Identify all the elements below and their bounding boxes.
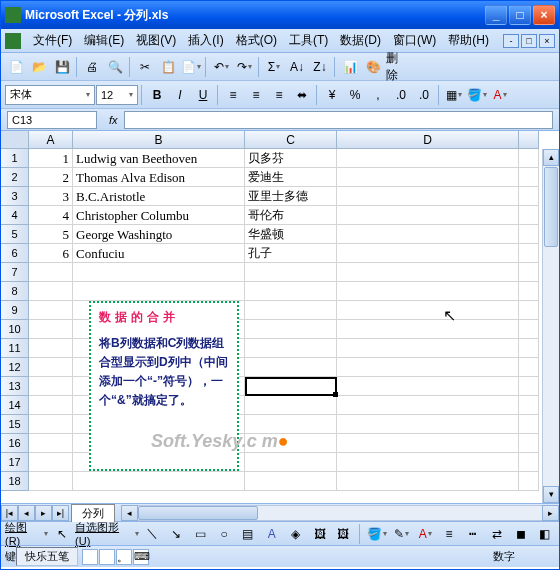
cell[interactable] — [519, 149, 539, 168]
menu-window[interactable]: 窗口(W) — [387, 30, 442, 51]
cell[interactable] — [245, 415, 337, 434]
row-header[interactable]: 8 — [1, 282, 29, 301]
autoshapes-menu[interactable]: 自选图形(U) — [75, 520, 131, 547]
rectangle-button[interactable]: ▭ — [190, 523, 211, 545]
print-preview-button[interactable]: 🔍 — [104, 56, 126, 78]
menu-help[interactable]: 帮助(H) — [442, 30, 495, 51]
cell[interactable] — [519, 358, 539, 377]
underline-button[interactable]: U — [192, 84, 214, 106]
cell[interactable] — [29, 453, 73, 472]
cell[interactable] — [337, 149, 519, 168]
menu-edit[interactable]: 编辑(E) — [78, 30, 130, 51]
line-button[interactable]: ＼ — [142, 523, 163, 545]
vertical-scrollbar[interactable]: ▴ ▾ — [542, 149, 559, 503]
align-left-button[interactable]: ≡ — [222, 84, 244, 106]
row-header[interactable]: 12 — [1, 358, 29, 377]
cell[interactable] — [337, 472, 519, 491]
col-header-edge[interactable] — [519, 131, 539, 149]
sheet-tab[interactable]: 分列 — [71, 504, 115, 522]
row-header[interactable]: 9 — [1, 301, 29, 320]
print-button[interactable]: 🖨 — [81, 56, 103, 78]
cut-button[interactable]: ✂ — [134, 56, 156, 78]
cell[interactable] — [337, 453, 519, 472]
row-header[interactable]: 1 — [1, 149, 29, 168]
cell[interactable] — [337, 187, 519, 206]
cell[interactable] — [519, 244, 539, 263]
arrow-style-button[interactable]: ⇄ — [486, 523, 507, 545]
font-size-selector[interactable]: 12▾ — [96, 85, 138, 105]
col-header-D[interactable]: D — [337, 131, 519, 149]
cell[interactable]: 亚里士多德 — [245, 187, 337, 206]
ime-toggle-4[interactable]: ⌨ — [133, 549, 149, 565]
cell[interactable] — [519, 282, 539, 301]
cell[interactable] — [245, 320, 337, 339]
cell[interactable] — [29, 472, 73, 491]
cell[interactable] — [29, 301, 73, 320]
tab-nav-last[interactable]: ▸| — [52, 505, 69, 521]
row-header[interactable]: 14 — [1, 396, 29, 415]
cell[interactable] — [519, 396, 539, 415]
draw-menu[interactable]: 绘图(R) — [5, 520, 40, 547]
vscroll-thumb[interactable] — [544, 167, 558, 247]
cell[interactable] — [519, 263, 539, 282]
cell[interactable] — [519, 225, 539, 244]
diagram-button[interactable]: ◈ — [285, 523, 306, 545]
cell[interactable] — [73, 282, 245, 301]
scroll-down-button[interactable]: ▾ — [543, 486, 559, 503]
cell[interactable] — [245, 377, 337, 396]
cell[interactable] — [29, 377, 73, 396]
cell[interactable] — [29, 320, 73, 339]
select-all-corner[interactable] — [1, 131, 29, 149]
cell[interactable] — [337, 320, 519, 339]
menu-view[interactable]: 视图(V) — [130, 30, 182, 51]
cell[interactable]: 3 — [29, 187, 73, 206]
cell[interactable]: 爱迪生 — [245, 168, 337, 187]
cell[interactable]: 5 — [29, 225, 73, 244]
percent-button[interactable]: % — [344, 84, 366, 106]
formula-input[interactable] — [124, 111, 553, 129]
cell[interactable]: 6 — [29, 244, 73, 263]
font-color-button[interactable]: A▾ — [489, 84, 511, 106]
cell[interactable] — [519, 320, 539, 339]
scroll-up-button[interactable]: ▴ — [543, 149, 559, 166]
oval-button[interactable]: ○ — [214, 523, 235, 545]
bold-button[interactable]: B — [146, 84, 168, 106]
font-color-draw-button[interactable]: A▾ — [415, 523, 436, 545]
zoom-button[interactable]: 删除 — [385, 56, 407, 78]
cell[interactable]: 贝多芬 — [245, 149, 337, 168]
mdi-minimize[interactable]: - — [503, 34, 519, 48]
merge-center-button[interactable]: ⬌ — [291, 84, 313, 106]
font-selector[interactable]: 宋体▾ — [5, 85, 95, 105]
mdi-close[interactable]: × — [539, 34, 555, 48]
menu-format[interactable]: 格式(O) — [230, 30, 283, 51]
fill-color-button[interactable]: 🪣▾ — [466, 84, 488, 106]
paste-button[interactable]: 📄▾ — [180, 56, 202, 78]
cell[interactable]: Thomas Alva Edison — [73, 168, 245, 187]
sort-desc-button[interactable]: Z↓ — [309, 56, 331, 78]
col-header-A[interactable]: A — [29, 131, 73, 149]
cell[interactable]: Ludwig van Beethoven — [73, 149, 245, 168]
textbox-button[interactable]: ▤ — [238, 523, 259, 545]
cell[interactable] — [29, 434, 73, 453]
cell[interactable] — [337, 225, 519, 244]
select-objects-button[interactable]: ↖ — [51, 523, 72, 545]
worksheet-grid[interactable]: ABCD11Ludwig van Beethoven贝多芬22Thomas Al… — [1, 131, 559, 503]
row-header[interactable]: 17 — [1, 453, 29, 472]
chart-button[interactable]: 📊 — [339, 56, 361, 78]
sort-asc-button[interactable]: A↓ — [286, 56, 308, 78]
mdi-restore[interactable]: □ — [521, 34, 537, 48]
menu-data[interactable]: 数据(D) — [334, 30, 387, 51]
cell[interactable]: 1 — [29, 149, 73, 168]
hscroll-thumb[interactable] — [138, 506, 258, 520]
cell[interactable] — [519, 377, 539, 396]
wordart-button[interactable]: A — [261, 523, 282, 545]
align-center-button[interactable]: ≡ — [245, 84, 267, 106]
row-header[interactable]: 11 — [1, 339, 29, 358]
cell[interactable] — [73, 472, 245, 491]
cell[interactable] — [245, 358, 337, 377]
menu-file[interactable]: 文件(F) — [27, 30, 78, 51]
cell[interactable] — [245, 472, 337, 491]
undo-button[interactable]: ↶▾ — [210, 56, 232, 78]
new-button[interactable]: 📄 — [5, 56, 27, 78]
cell[interactable]: 4 — [29, 206, 73, 225]
